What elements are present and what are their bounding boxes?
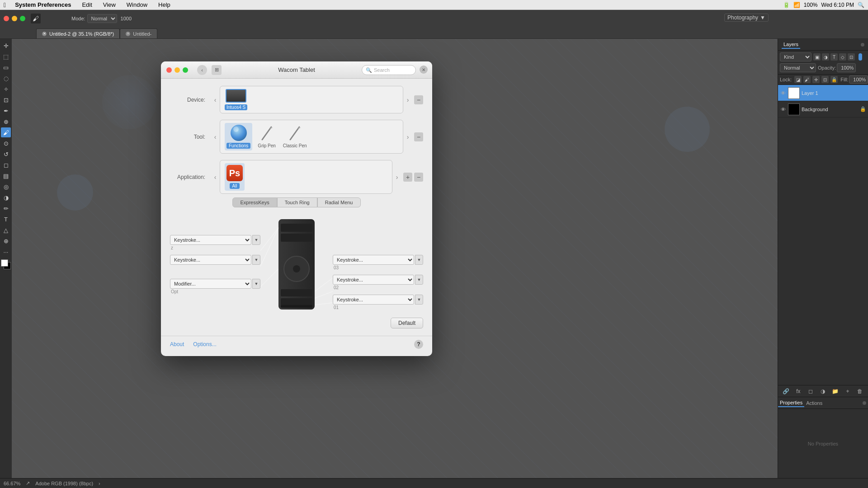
- path-tool[interactable]: △: [1, 225, 11, 235]
- opacity-input[interactable]: [837, 63, 856, 72]
- color-swatch[interactable]: [1, 259, 11, 269]
- tab-close-2[interactable]: ✕: [126, 32, 130, 36]
- device-remove-button[interactable]: −: [414, 95, 423, 104]
- wacom-minimize-button[interactable]: [175, 67, 180, 73]
- blur-tool[interactable]: ◎: [1, 182, 11, 192]
- brush-tool-topbar[interactable]: 🖌: [31, 14, 41, 23]
- workspace-dropdown[interactable]: Photography ▼: [724, 14, 769, 22]
- help-menu[interactable]: Help: [156, 1, 172, 8]
- smart-filter-icon[interactable]: ⊡: [848, 53, 855, 61]
- pen-tool[interactable]: ✏: [1, 203, 11, 213]
- gradient-tool[interactable]: ▤: [1, 171, 11, 181]
- layer-item-1[interactable]: 👁 Layer 1: [778, 85, 868, 101]
- layers-tab[interactable]: Layers: [782, 41, 800, 49]
- zoom-tool[interactable]: ⊕: [1, 236, 11, 246]
- app-all-item[interactable]: Ps All: [225, 163, 245, 191]
- ps-close-button[interactable]: [4, 16, 9, 21]
- wacom-close-button[interactable]: [166, 67, 172, 73]
- device-item[interactable]: Intuos4 S: [225, 89, 247, 110]
- eyedropper-tool[interactable]: ✒: [1, 106, 11, 116]
- lock-artboard-icon[interactable]: ⊡: [821, 76, 829, 83]
- statusbar-arrow[interactable]: ›: [99, 481, 100, 486]
- brush-tool[interactable]: 🖌: [1, 127, 11, 137]
- app-remove-button[interactable]: −: [414, 173, 423, 182]
- tool-remove-button[interactable]: −: [414, 132, 423, 141]
- healing-tool[interactable]: ⊕: [1, 117, 11, 127]
- fill-input[interactable]: [849, 75, 868, 84]
- about-link[interactable]: About: [170, 341, 184, 347]
- ps-maximize-button[interactable]: [20, 16, 25, 21]
- tool-grip-pen[interactable]: Grip Pen: [256, 123, 277, 150]
- app-add-button[interactable]: +: [403, 173, 412, 182]
- help-button[interactable]: ?: [414, 340, 423, 349]
- tab-close-1[interactable]: ✕: [42, 32, 47, 36]
- key-2-select[interactable]: Keystroke...: [170, 255, 251, 265]
- key-1-select[interactable]: Keystroke...: [170, 235, 251, 245]
- layer-group-button[interactable]: 📁: [831, 387, 840, 395]
- device-prev-button[interactable]: ‹: [211, 93, 220, 107]
- ps-tab-1[interactable]: ✕ Untitled-2 @ 35.1% (RGB/8*): [36, 28, 120, 38]
- tool-next-button[interactable]: ›: [403, 130, 412, 144]
- tool-functions[interactable]: Functions: [225, 123, 252, 150]
- layer-bg-visibility[interactable]: 👁: [780, 106, 786, 113]
- shape-filter-icon[interactable]: ◇: [839, 53, 846, 61]
- window-menu[interactable]: Window: [125, 1, 149, 8]
- magic-wand-tool[interactable]: ✧: [1, 84, 11, 94]
- wacom-maximize-button[interactable]: [183, 67, 188, 73]
- right-key-1-select[interactable]: Keystroke...: [333, 255, 414, 265]
- search-icon[interactable]: 🔍: [858, 2, 864, 8]
- move-tool[interactable]: ✛: [1, 41, 11, 51]
- key-2-arrow[interactable]: ▼: [252, 255, 260, 265]
- history-brush-tool[interactable]: ↺: [1, 149, 11, 159]
- layer-1-visibility[interactable]: 👁: [780, 90, 786, 96]
- export-icon[interactable]: ↗: [26, 480, 30, 486]
- properties-tab[interactable]: Properties: [778, 399, 804, 407]
- options-link[interactable]: Options...: [193, 341, 216, 347]
- eraser-tool[interactable]: ◻: [1, 160, 11, 170]
- mode-select[interactable]: Normal: [87, 14, 117, 23]
- pixel-filter-icon[interactable]: ▣: [813, 53, 821, 61]
- layer-delete-button[interactable]: 🗑: [856, 387, 864, 395]
- ps-tab-2[interactable]: ✕ Untitled-: [120, 28, 157, 38]
- filter-toggle[interactable]: [859, 53, 862, 61]
- actions-tab[interactable]: Actions: [804, 399, 824, 407]
- ps-canvas[interactable]: ‹ ⊞ Wacom Tablet 🔍 Search ✕ Device:: [12, 39, 778, 478]
- right-key-3-arrow[interactable]: ▼: [415, 295, 423, 305]
- layer-fx-button[interactable]: fx: [794, 387, 802, 395]
- key-3-select[interactable]: Modifier...: [170, 279, 251, 289]
- lock-position-icon[interactable]: ✛: [812, 76, 820, 83]
- lasso-tool[interactable]: ◌: [1, 73, 11, 83]
- apple-menu[interactable]: : [4, 1, 6, 9]
- clone-tool[interactable]: ⊙: [1, 138, 11, 148]
- layer-item-background[interactable]: 👁 Background 🔒: [778, 101, 868, 117]
- right-key-3-select[interactable]: Keystroke...: [333, 295, 414, 305]
- key-1-arrow[interactable]: ▼: [252, 235, 260, 245]
- app-next-button[interactable]: ›: [392, 170, 401, 184]
- type-tool[interactable]: T: [1, 214, 11, 224]
- view-menu[interactable]: View: [101, 1, 118, 8]
- lock-image-icon[interactable]: 🖌: [803, 76, 811, 83]
- tool-prev-button[interactable]: ‹: [211, 130, 220, 144]
- device-next-button[interactable]: ›: [403, 93, 412, 107]
- artboard-tool[interactable]: ⬚: [1, 52, 11, 61]
- tool-classic-pen[interactable]: Classic Pen: [281, 123, 309, 150]
- layer-link-button[interactable]: 🔗: [782, 387, 790, 395]
- lock-transparent-icon[interactable]: ◪: [794, 76, 802, 83]
- wacom-x-close[interactable]: ✕: [420, 66, 428, 74]
- crop-tool[interactable]: ⊡: [1, 95, 11, 105]
- key-3-arrow[interactable]: ▼: [252, 279, 260, 289]
- more-tools[interactable]: ···: [1, 247, 11, 257]
- props-panel-options[interactable]: [863, 401, 866, 405]
- layer-adjustment-button[interactable]: ◑: [819, 387, 827, 395]
- marquee-tool[interactable]: ▭: [1, 62, 11, 72]
- type-filter-icon[interactable]: T: [830, 53, 838, 61]
- wacom-search[interactable]: 🔍 Search: [362, 65, 416, 75]
- layer-new-button[interactable]: +: [844, 387, 852, 395]
- default-button[interactable]: Default: [391, 318, 423, 328]
- layer-mask-button[interactable]: ◻: [807, 387, 815, 395]
- wacom-back-button[interactable]: ‹: [197, 65, 207, 75]
- right-key-1-arrow[interactable]: ▼: [415, 255, 423, 265]
- kind-select[interactable]: Kind: [780, 52, 811, 61]
- app-prev-button[interactable]: ‹: [211, 170, 220, 184]
- tab-expresskeys[interactable]: ExpressKeys: [232, 197, 277, 207]
